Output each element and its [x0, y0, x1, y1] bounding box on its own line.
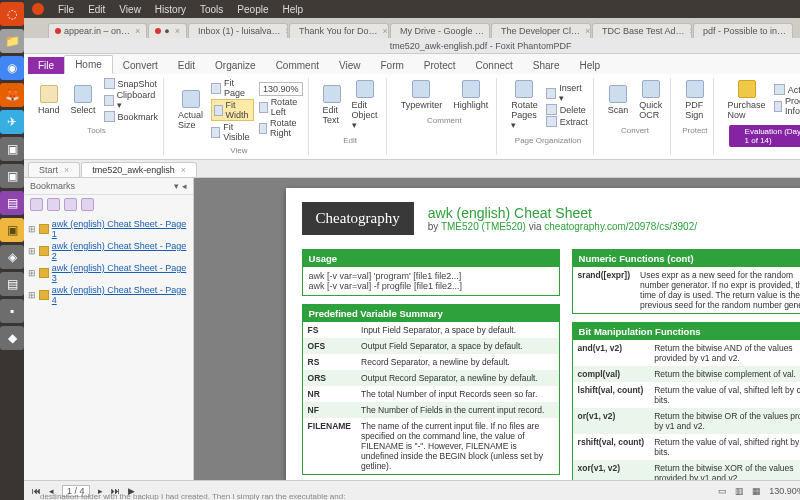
folder-icon[interactable]: ▣	[0, 218, 24, 242]
browser-tab[interactable]: My Drive - Google …×	[390, 23, 490, 38]
actual-size-button[interactable]: Actual Size	[175, 88, 206, 132]
menu-item[interactable]: File	[58, 4, 74, 15]
rotate-right-button[interactable]: Rotate Right	[259, 118, 303, 138]
rotate-pages-button[interactable]: Rotate Pages ▾	[508, 78, 541, 132]
activate-button[interactable]: Activate	[774, 84, 800, 95]
foxit-icon[interactable]: ▤	[0, 191, 24, 215]
pdf-sign-button[interactable]: PDF Sign	[682, 78, 707, 122]
bm-tool-icon[interactable]	[47, 198, 60, 211]
tab-label: The Developer Cl…	[501, 26, 580, 36]
browser-tab[interactable]: pdf - Possible to in…×	[693, 23, 793, 38]
files-icon[interactable]: 📁	[0, 29, 24, 53]
menu-item[interactable]: View	[119, 4, 141, 15]
expand-icon[interactable]: ⊞	[28, 290, 36, 300]
hand-tool[interactable]: Hand	[35, 83, 63, 117]
author-link[interactable]: TME520 (TME520)	[441, 221, 526, 232]
app-icon-4[interactable]: ▤	[0, 272, 24, 296]
menu-item[interactable]: Tools	[200, 4, 223, 15]
clipboard-button[interactable]: Clipboard ▾	[104, 90, 159, 110]
document-tab[interactable]: tme520_awk-english×	[81, 162, 197, 177]
ocr-button[interactable]: Quick OCR	[636, 78, 665, 122]
view-mode-icon[interactable]: ▥	[735, 486, 744, 496]
close-icon[interactable]: ×	[286, 26, 288, 36]
bm-tool-icon[interactable]	[64, 198, 77, 211]
ribbon-tab-comment[interactable]: Comment	[266, 57, 329, 74]
extract-button[interactable]: Extract	[546, 116, 588, 127]
purchase-button[interactable]: Purchase Now	[725, 78, 769, 122]
close-icon[interactable]: ×	[175, 26, 180, 36]
ribbon-tab-convert[interactable]: Convert	[113, 57, 168, 74]
bookmark-item[interactable]: ⊞awk (english) Cheat Sheet - Page 3	[28, 262, 189, 284]
fit-width-button[interactable]: Fit Width	[211, 99, 254, 121]
expand-icon[interactable]: ⊞	[28, 268, 36, 278]
bm-tool-icon[interactable]	[81, 198, 94, 211]
snapshot-button[interactable]: SnapShot	[104, 78, 158, 89]
expand-icon[interactable]: ⊞	[28, 224, 36, 234]
ribbon-tab-edit[interactable]: Edit	[168, 57, 205, 74]
browser-tab[interactable]: Inbox (1) - luisalva…×	[188, 23, 288, 38]
select-tool[interactable]: Select	[68, 83, 99, 117]
ribbon-tab-share[interactable]: Share	[523, 57, 570, 74]
app-icon[interactable]: ▣	[0, 137, 24, 161]
close-icon[interactable]: ×	[585, 26, 590, 36]
browser-tab[interactable]: Thank You for Do…×	[289, 23, 389, 38]
group-protect: PDF Sign Protect	[677, 78, 713, 155]
highlight-button[interactable]: Highlight	[450, 78, 491, 112]
zoom-combo[interactable]: 130.90%	[259, 82, 303, 96]
app-icon-2[interactable]: ▣	[0, 164, 24, 188]
firefox-icon[interactable]: 🦊	[0, 83, 24, 107]
bm-tool-icon[interactable]	[30, 198, 43, 211]
view-mode-icon[interactable]: ▭	[718, 486, 727, 496]
close-icon[interactable]: ×	[383, 26, 388, 36]
bookmark-button[interactable]: Bookmark	[104, 111, 159, 122]
panel-menu-icon[interactable]: ▾ ◂	[174, 181, 187, 191]
chrome-icon[interactable]: ◉	[0, 56, 24, 80]
group-comment: Typewriter Highlight Comment	[393, 78, 498, 155]
bookmark-item[interactable]: ⊞awk (english) Cheat Sheet - Page 1	[28, 218, 189, 240]
app-icon-3[interactable]: ◈	[0, 245, 24, 269]
close-icon[interactable]: ×	[689, 26, 692, 36]
product-info-button[interactable]: Product Info	[774, 96, 800, 116]
browser-tab[interactable]: ●×	[148, 23, 187, 38]
rotate-left-button[interactable]: Rotate Left	[259, 97, 303, 117]
edit-text-button[interactable]: Edit Text	[320, 83, 344, 127]
terminal-icon[interactable]: ▪	[0, 299, 24, 323]
view-mode-icon[interactable]: ▦	[752, 486, 761, 496]
document-viewport[interactable]: Cheatography awk (english) Cheat Sheet b…	[194, 178, 800, 480]
edit-object-button[interactable]: Edit Object ▾	[349, 78, 381, 132]
delete-button[interactable]: Delete	[546, 104, 586, 115]
browser-tab[interactable]: TDC Base Test Ad…×	[592, 23, 692, 38]
ribbon-tab-file[interactable]: File	[28, 57, 64, 74]
browser-tab[interactable]: The Developer Cl…×	[491, 23, 591, 38]
ribbon-tab-help[interactable]: Help	[569, 57, 610, 74]
ribbon-tab-connect[interactable]: Connect	[466, 57, 523, 74]
insert-button[interactable]: Insert ▾	[546, 83, 588, 103]
ribbon-tab-form[interactable]: Form	[371, 57, 414, 74]
browser-tab[interactable]: appear.in – on…×	[48, 23, 147, 38]
expand-icon[interactable]: ⊞	[28, 246, 36, 256]
ribbon-tab-home[interactable]: Home	[64, 55, 113, 74]
menu-item[interactable]: People	[237, 4, 268, 15]
fit-page-button[interactable]: Fit Page	[211, 78, 254, 98]
close-icon[interactable]: ×	[489, 26, 490, 36]
app-icon-5[interactable]: ◆	[0, 326, 24, 350]
fit-visible-button[interactable]: Fit Visible	[211, 122, 254, 142]
typewriter-button[interactable]: Typewriter	[398, 78, 446, 112]
scan-button[interactable]: Scan	[605, 83, 632, 117]
menu-item[interactable]: Help	[282, 4, 303, 15]
bookmark-item[interactable]: ⊞awk (english) Cheat Sheet - Page 4	[28, 284, 189, 306]
close-icon[interactable]: ×	[135, 26, 140, 36]
close-icon[interactable]: ×	[791, 26, 793, 36]
menu-item[interactable]: History	[155, 4, 186, 15]
close-icon[interactable]: ×	[181, 165, 186, 175]
ribbon-tab-protect[interactable]: Protect	[414, 57, 466, 74]
menu-item[interactable]: Edit	[88, 4, 105, 15]
ribbon-tab-organize[interactable]: Organize	[205, 57, 266, 74]
ribbon-tab-view[interactable]: View	[329, 57, 371, 74]
close-icon[interactable]: ×	[64, 165, 69, 175]
dash-icon[interactable]: ◌	[0, 2, 24, 26]
telegram-icon[interactable]: ✈	[0, 110, 24, 134]
source-link[interactable]: cheatography.com/20978/cs/3902/	[544, 221, 697, 232]
document-tab[interactable]: Start×	[28, 162, 80, 177]
bookmark-item[interactable]: ⊞awk (english) Cheat Sheet - Page 2	[28, 240, 189, 262]
